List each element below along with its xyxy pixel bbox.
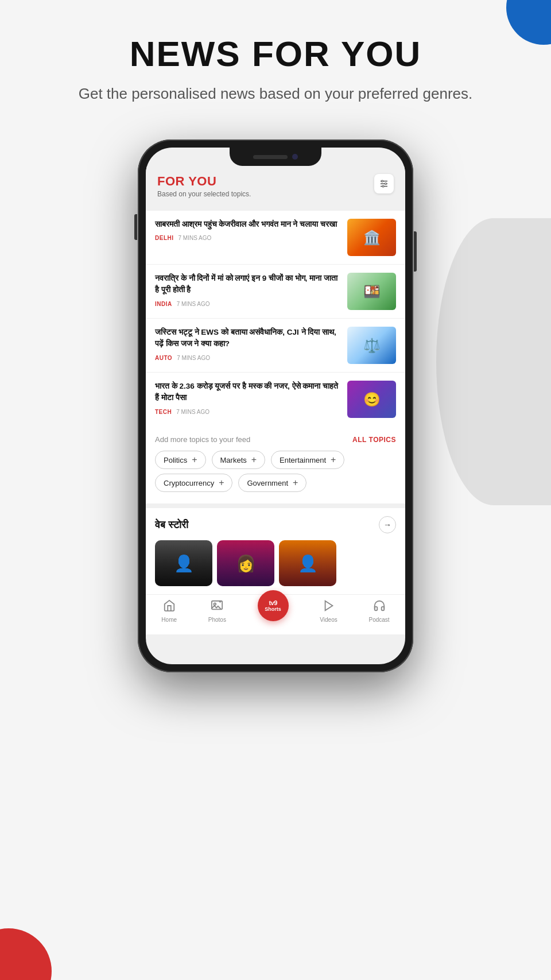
for-you-title: FOR YOU xyxy=(157,174,251,189)
thumbnail-icon: 😊 xyxy=(363,392,381,408)
news-meta: TECH 7 MINS AGO xyxy=(155,409,340,415)
news-text-block: जस्टिस भट्टू ने EWS को बताया असंवैधानिक,… xyxy=(155,327,340,361)
page-title: NEWS FOR YOU xyxy=(23,34,528,73)
web-stories-arrow[interactable]: → xyxy=(379,516,396,533)
news-thumbnail: 🍱 xyxy=(347,273,396,310)
topics-row-2: Cryptocurrency + Government + xyxy=(155,474,396,492)
news-time: 7 MINS AGO xyxy=(179,235,212,241)
podcast-icon xyxy=(373,599,386,615)
story-thumbnail: 👩 xyxy=(217,540,274,586)
news-list: साबरमती आश्रम पहुंच केजरीवाल और भगवंत मा… xyxy=(146,211,405,426)
news-text-block: नवरात्रि के नौ दिनों में मां को लगाएं इन… xyxy=(155,273,340,307)
news-headline: साबरमती आश्रम पहुंच केजरीवाल और भगवंत मा… xyxy=(155,219,340,230)
nav-item-shorts[interactable]: tv9 Shorts xyxy=(258,590,289,621)
page-subtitle: Get the personalised news based on your … xyxy=(23,83,528,105)
photos-icon xyxy=(211,599,223,615)
all-topics-link[interactable]: ALL TOPICS xyxy=(352,436,396,444)
web-stories-section: वेब स्टोरी → 👤 👩 👤 xyxy=(146,508,405,594)
news-time: 7 MINS AGO xyxy=(177,301,210,307)
add-icon: + xyxy=(219,478,224,488)
news-meta: AUTO 7 MINS AGO xyxy=(155,355,340,361)
add-icon: + xyxy=(251,455,257,465)
news-meta: DELHI 7 MINS AGO xyxy=(155,235,340,241)
add-icon: + xyxy=(192,455,197,465)
news-tag: INDIA xyxy=(155,301,172,307)
news-tag: TECH xyxy=(155,409,172,415)
for-you-header: FOR YOU Based on your selected topics. xyxy=(146,166,405,203)
add-icon: + xyxy=(293,478,298,488)
story-card[interactable]: 👩 xyxy=(217,540,274,586)
thumbnail-icon: 🏛️ xyxy=(363,230,381,246)
videos-icon xyxy=(323,599,335,615)
nav-item-videos[interactable]: Videos xyxy=(320,599,337,623)
settings-icon xyxy=(379,179,389,189)
notch-speaker xyxy=(253,155,288,159)
phone-screen: FOR YOU Based on your selected topics. xyxy=(146,148,405,664)
story-thumbnail: 👤 xyxy=(155,540,212,586)
svg-point-3 xyxy=(382,180,383,182)
topic-label: Cryptocurrency xyxy=(164,479,214,487)
svg-point-4 xyxy=(385,183,387,185)
web-stories-title: वेब स्टोरी xyxy=(155,519,188,531)
bg-shape-gray xyxy=(436,218,551,505)
topic-chip-markets[interactable]: Markets + xyxy=(212,451,266,469)
svg-point-7 xyxy=(214,603,216,606)
add-topics-header: Add more topics to your feed ALL TOPICS xyxy=(155,435,396,444)
phone-outer: FOR YOU Based on your selected topics. xyxy=(138,140,413,672)
stories-row: 👤 👩 👤 xyxy=(155,540,396,586)
news-time: 7 MINS AGO xyxy=(176,409,209,415)
news-text-block: भारत के 2.36 करोड़ यूजर्स पर है मस्क की … xyxy=(155,381,340,415)
news-tag: AUTO xyxy=(155,355,172,361)
svg-point-5 xyxy=(382,185,384,187)
topic-chip-politics[interactable]: Politics + xyxy=(155,451,206,469)
topics-row-1: Politics + Markets + Entertainment + xyxy=(155,451,396,469)
news-text-block: साबरमती आश्रम पहुंच केजरीवाल और भगवंत मा… xyxy=(155,219,340,241)
add-icon: + xyxy=(331,455,336,465)
news-meta: INDIA 7 MINS AGO xyxy=(155,301,340,307)
story-card[interactable]: 👤 xyxy=(279,540,336,586)
thumbnail-icon: 🍱 xyxy=(363,284,381,300)
phone-notch xyxy=(230,148,321,166)
add-topics-section: Add more topics to your feed ALL TOPICS … xyxy=(146,426,405,503)
nav-videos-label: Videos xyxy=(320,617,337,623)
web-stories-header: वेब स्टोरी → xyxy=(155,516,396,533)
topic-label: Markets xyxy=(220,456,247,464)
news-item[interactable]: भारत के 2.36 करोड़ यूजर्स पर है मस्क की … xyxy=(146,373,405,426)
nav-photos-label: Photos xyxy=(208,617,226,623)
news-item[interactable]: साबरमती आश्रम पहुंच केजरीवाल और भगवंत मा… xyxy=(146,211,405,265)
nav-home-label: Home xyxy=(161,617,177,623)
page-header: NEWS FOR YOU Get the personalised news b… xyxy=(0,0,551,128)
story-card[interactable]: 👤 xyxy=(155,540,212,586)
news-tag: DELHI xyxy=(155,235,174,241)
for-you-subtitle: Based on your selected topics. xyxy=(157,190,251,198)
news-item[interactable]: नवरात्रि के नौ दिनों में मां को लगाएं इन… xyxy=(146,265,405,319)
tv9-logo: tv9 xyxy=(269,599,277,606)
nav-podcast-label: Podcast xyxy=(368,617,389,623)
svg-marker-8 xyxy=(325,601,332,611)
nav-item-home[interactable]: Home xyxy=(161,599,177,623)
news-thumbnail: ⚖️ xyxy=(347,327,396,364)
bg-circle-red xyxy=(0,928,52,980)
thumbnail-icon: ⚖️ xyxy=(363,338,381,354)
bottom-nav: Home Photos tv9 Shorts xyxy=(146,594,405,634)
topic-chip-cryptocurrency[interactable]: Cryptocurrency + xyxy=(155,474,232,492)
shorts-label: Shorts xyxy=(265,606,281,612)
news-thumbnail: 🏛️ xyxy=(347,219,396,256)
news-headline: नवरात्रि के नौ दिनों में मां को लगाएं इन… xyxy=(155,273,340,296)
screen-content: FOR YOU Based on your selected topics. xyxy=(146,148,405,664)
pointer-triangle xyxy=(146,203,405,211)
topic-label: Entertainment xyxy=(280,456,326,464)
for-you-title-block: FOR YOU Based on your selected topics. xyxy=(157,174,251,198)
topic-label: Government xyxy=(247,479,288,487)
news-thumbnail: 😊 xyxy=(347,381,396,418)
story-thumbnail: 👤 xyxy=(279,540,336,586)
nav-item-podcast[interactable]: Podcast xyxy=(368,599,389,623)
news-headline: भारत के 2.36 करोड़ यूजर्स पर है मस्क की … xyxy=(155,381,340,404)
settings-button[interactable] xyxy=(374,174,394,193)
topic-chip-entertainment[interactable]: Entertainment + xyxy=(271,451,344,469)
topic-chip-government[interactable]: Government + xyxy=(238,474,306,492)
home-icon xyxy=(163,599,176,615)
notch-camera xyxy=(292,154,298,160)
news-item[interactable]: जस्टिस भट्टू ने EWS को बताया असंवैधानिक,… xyxy=(146,319,405,373)
nav-item-photos[interactable]: Photos xyxy=(208,599,226,623)
